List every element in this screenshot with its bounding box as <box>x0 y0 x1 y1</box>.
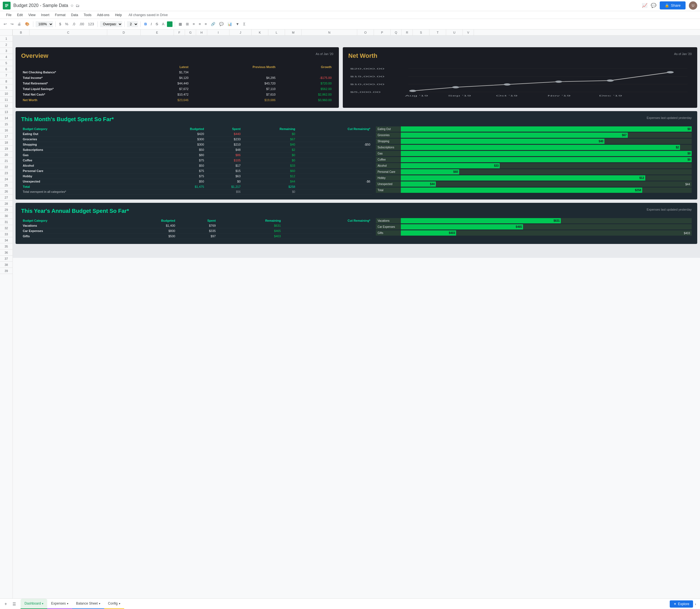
menu-addons[interactable]: Add-ons <box>95 12 112 18</box>
menu-file[interactable]: File <box>4 12 14 18</box>
align-center-button[interactable]: ≡ <box>197 21 202 27</box>
monthly-col-spent: Spent <box>206 126 243 132</box>
row-num: 17 <box>0 133 13 139</box>
separator-1 <box>33 21 33 27</box>
col-header-c[interactable]: C <box>30 30 107 36</box>
col-header-b[interactable]: B <box>13 30 30 36</box>
col-header-g[interactable]: G <box>185 30 196 36</box>
overview-row-latest: $44,440 <box>142 81 190 86</box>
currency-button[interactable]: $ <box>58 21 63 27</box>
bar-label: Shopping <box>376 139 401 144</box>
chart-button[interactable]: 📊 <box>226 21 233 27</box>
align-right-button[interactable]: ≡ <box>203 21 208 27</box>
merge-button[interactable]: ⊞ <box>185 21 190 27</box>
bold-button[interactable]: B <box>143 21 148 27</box>
menu-view[interactable]: View <box>26 12 38 18</box>
menu-format[interactable]: Format <box>53 12 68 18</box>
svg-point-12 <box>409 90 416 92</box>
app-container: Budget 2020 - Sample Data ☆ 🗂 📈 💬 🔒 Shar… <box>0 0 700 609</box>
tab-dashboard-caret: ▾ <box>42 602 43 605</box>
col-header-k[interactable]: K <box>252 30 268 36</box>
overview-row-growth: $2,862.00 <box>277 92 333 97</box>
chevron-right-icon[interactable]: › <box>693 601 698 607</box>
tab-expenses[interactable]: Expenses ▾ <box>47 599 72 609</box>
paint-format-button[interactable]: 🎨 <box>23 21 31 27</box>
explore-button[interactable]: ✦ Explore <box>670 601 693 608</box>
font-select[interactable]: Overpass <box>100 21 122 27</box>
align-left-button[interactable]: ≡ <box>191 21 196 27</box>
document-title: Budget 2020 - Sample Data <box>13 3 68 8</box>
col-header-r[interactable]: R <box>402 30 413 36</box>
monthly-total-cut <box>297 184 372 190</box>
decimal2-button[interactable]: .00 <box>78 21 86 27</box>
col-header-f[interactable]: F <box>174 30 185 36</box>
monthly-note-spent: $56 <box>206 190 243 194</box>
comment-button[interactable]: 💬 <box>218 21 225 27</box>
col-header-m[interactable]: M <box>285 30 302 36</box>
separator-6 <box>175 21 175 27</box>
trend-icon[interactable]: 📈 <box>642 3 648 8</box>
tab-dashboard[interactable]: Dashboard ▾ <box>20 599 47 609</box>
col-header-p[interactable]: P <box>374 30 390 36</box>
tab-config[interactable]: Config ▾ <box>104 599 124 609</box>
decimal1-button[interactable]: .0 <box>71 21 77 27</box>
font-color-button[interactable]: A <box>160 21 166 27</box>
share-button[interactable]: 🔒 Share <box>660 1 685 10</box>
strikethrough-button[interactable]: S <box>154 21 159 27</box>
list-sheets-button[interactable]: ☰ <box>10 601 18 607</box>
percent-button[interactable]: % <box>64 21 70 27</box>
format123-button[interactable]: 123 <box>87 21 95 27</box>
col-header-q[interactable]: Q <box>390 30 402 36</box>
col-header-j[interactable]: J <box>229 30 252 36</box>
col-header-o[interactable]: O <box>357 30 374 36</box>
col-header-u[interactable]: U <box>446 30 463 36</box>
monthly-row-budgeted: $75 <box>156 168 206 174</box>
monthly-row-budgeted: $75 <box>156 174 206 179</box>
col-header-l[interactable]: L <box>268 30 285 36</box>
annual-row-remaining: $631 <box>217 223 282 228</box>
col-header-v[interactable]: V <box>463 30 474 36</box>
filter-button[interactable]: ▼ <box>234 21 241 27</box>
tab-balance-sheet[interactable]: Balance Sheet ▾ <box>72 599 104 609</box>
font-size-select[interactable]: 24 <box>127 21 138 27</box>
monthly-row-spent: $86 <box>206 153 243 158</box>
monthly-note-label: Total overspent in all categories* <box>21 190 156 194</box>
row-num: 31 <box>0 219 13 225</box>
redo-button[interactable]: ↪ <box>9 21 15 27</box>
col-header-t[interactable]: T <box>430 30 446 36</box>
col-header-h[interactable]: H <box>196 30 207 36</box>
monthly-row-cut <box>297 153 372 158</box>
annual-row-cat: Car Expenses <box>21 228 117 234</box>
row-num: 37 <box>0 256 13 262</box>
function-button[interactable]: Σ <box>242 21 247 27</box>
menu-edit[interactable]: Edit <box>15 12 25 18</box>
link-button[interactable]: 🔗 <box>209 21 217 27</box>
folder-icon[interactable]: 🗂 <box>75 3 80 8</box>
col-header-d[interactable]: D <box>107 30 141 36</box>
col-header-n[interactable]: N <box>302 30 357 36</box>
bar-value-outside: $44 <box>685 182 690 186</box>
undo-button[interactable]: ↩ <box>2 21 8 27</box>
col-header-s[interactable]: S <box>413 30 430 36</box>
menu-insert[interactable]: Insert <box>39 12 52 18</box>
zoom-select[interactable]: 100% <box>36 21 53 27</box>
row-num: 8 <box>0 79 13 85</box>
print-button[interactable]: 🖨 <box>16 21 22 27</box>
net-worth-card: Net Worth As of Jan '20 $20,000.00 $15,0… <box>343 47 697 108</box>
comment-icon[interactable]: 💬 <box>651 3 657 8</box>
star-icon[interactable]: ☆ <box>70 3 74 8</box>
col-header-i[interactable]: I <box>207 30 229 36</box>
menu-help[interactable]: Help <box>113 12 124 18</box>
italic-button[interactable]: I <box>150 21 153 27</box>
menu-data[interactable]: Data <box>69 12 80 18</box>
monthly-row-budgeted: $50 <box>156 163 206 168</box>
borders-button[interactable]: ▦ <box>177 21 183 27</box>
sheet-main: 1 2 3 4 5 6 7 8 9 10 11 12 13 14 15 16 1… <box>0 30 700 598</box>
monthly-row-spent: $48 <box>206 147 243 153</box>
menu-tools[interactable]: Tools <box>82 12 93 18</box>
bar-label: Groceries <box>376 133 401 138</box>
annual-col-spent: Spent <box>177 218 217 223</box>
bar-label: Personal Care <box>376 169 401 174</box>
add-sheet-button[interactable]: + <box>2 601 9 608</box>
col-header-e[interactable]: E <box>141 30 174 36</box>
